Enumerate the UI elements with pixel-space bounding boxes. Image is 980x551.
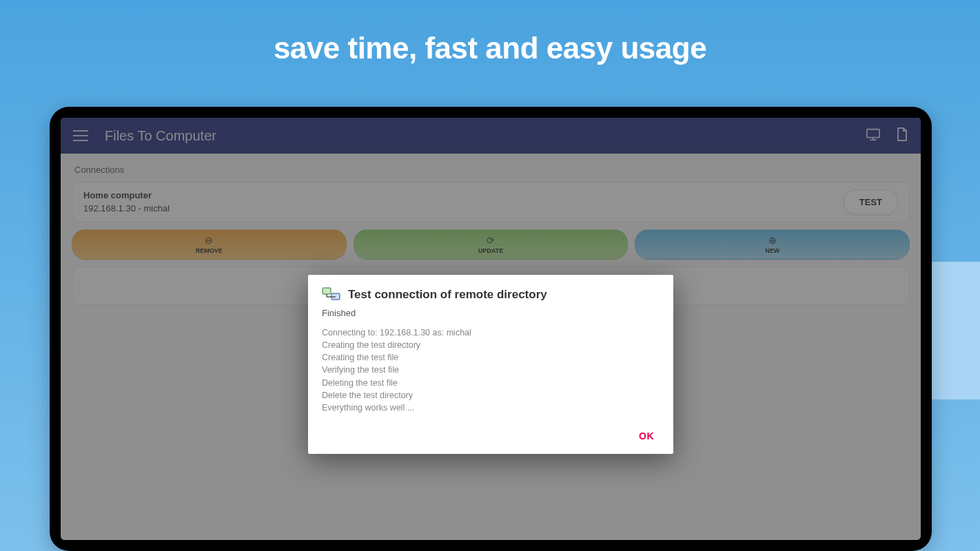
test-connection-dialog: Test connection of remote directory Fini… [308, 275, 673, 454]
device-frame: Files To Computer Connections [50, 107, 932, 551]
background-accent [932, 262, 980, 399]
ok-button[interactable]: OK [633, 428, 660, 444]
dialog-actions: OK [322, 428, 660, 444]
dialog-header: Test connection of remote directory [322, 287, 660, 302]
dialog-status: Finished [322, 308, 660, 318]
dialog-log: Connecting to: 192.168.1.30 as: michal C… [322, 326, 660, 414]
device-screen: Files To Computer Connections [61, 118, 921, 540]
svg-rect-3 [323, 288, 331, 294]
promo-headline: save time, fast and easy usage [0, 31, 980, 65]
network-computers-icon [322, 287, 341, 302]
dialog-title: Test connection of remote directory [348, 288, 547, 302]
